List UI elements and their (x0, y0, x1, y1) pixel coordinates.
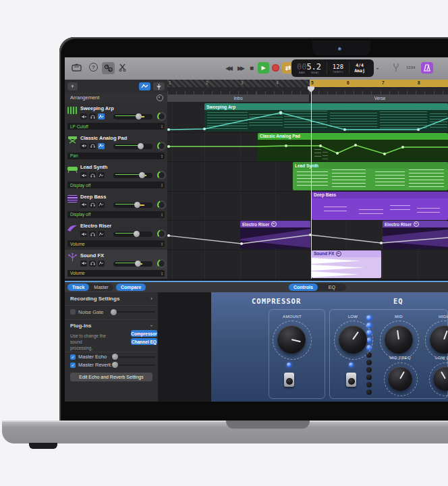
recording-settings-row[interactable]: Recording Settings › (65, 292, 158, 306)
track-row-sound-fx[interactable]: Sound FX Volume▴▾ (65, 250, 167, 280)
region-sweeping-arp[interactable]: Sweeping Arp (204, 103, 448, 132)
automation-param-select[interactable]: Pan▴▾ (67, 153, 165, 159)
volume-slider[interactable] (113, 232, 152, 237)
region-electro-riser-1[interactable]: Electro Riser (240, 221, 310, 249)
mid-freq-knob[interactable] (388, 367, 412, 391)
solo-button[interactable] (89, 113, 96, 119)
automation-button[interactable] (98, 261, 105, 267)
lcd-key-value: Amaj (354, 68, 365, 74)
automation-button[interactable] (98, 143, 105, 149)
pan-knob[interactable] (157, 171, 166, 180)
solo-button[interactable] (89, 261, 96, 267)
track-row-classic-analog-pad[interactable]: Classic Analog Pad Pan▴▾ (65, 132, 167, 163)
bar-number: 3 (241, 80, 244, 85)
arrangement-marker-intro[interactable]: Intro (167, 94, 309, 102)
compressor-toggle[interactable] (284, 373, 294, 387)
arrangement-add-icon[interactable] (157, 94, 163, 101)
solo-button[interactable] (89, 172, 96, 178)
volume-slider[interactable] (113, 261, 152, 267)
mute-button[interactable] (80, 113, 87, 119)
solo-button[interactable] (89, 202, 96, 208)
automation-param-select[interactable]: LP Cutoff▴▾ (67, 123, 165, 130)
pan-knob[interactable] (157, 259, 166, 268)
plugin-channel-eq-button[interactable]: Channel EQ (131, 338, 157, 345)
volume-slider[interactable] (113, 202, 152, 208)
lcd-display[interactable]: 005.2 BARBEAT 128 TEMPO 4/4 Amaj (291, 59, 374, 77)
automation-button[interactable] (98, 231, 105, 237)
record-button[interactable] (272, 64, 279, 72)
show-automation-button[interactable] (139, 82, 150, 90)
automation-param-select[interactable]: Volume▴▾ (67, 240, 165, 247)
arrangement-marker-verse[interactable]: Verse (312, 94, 448, 102)
solo-button[interactable] (89, 143, 96, 149)
low-knob[interactable] (339, 325, 367, 354)
panel-resize-handle[interactable] (65, 281, 448, 282)
edit-echo-reverb-button[interactable]: Edit Echo and Reverb Settings (70, 373, 152, 381)
stop-button[interactable]: ■ (250, 64, 254, 72)
noise-gate-slider[interactable] (111, 311, 155, 313)
automation-param-select[interactable]: Volume▴▾ (67, 270, 165, 277)
master-echo-checkbox[interactable]: ✓ (70, 354, 76, 360)
arrangement-row[interactable]: Arrangement (65, 92, 167, 103)
track-row-sweeping-arp[interactable]: Sweeping Arp LP Cutoff▴▾ (65, 103, 167, 133)
rewind-button[interactable]: ◀◀ (225, 65, 231, 72)
master-echo-slider[interactable] (111, 356, 155, 358)
quick-help-icon[interactable]: ? (89, 63, 98, 72)
noise-gate-checkbox[interactable] (70, 309, 76, 315)
smart-controls-button[interactable] (102, 62, 115, 74)
volume-slider[interactable] (113, 114, 152, 119)
automation-button[interactable] (98, 202, 105, 208)
track-row-electro-riser[interactable]: Electro Riser Volume▴▾ (65, 220, 167, 250)
automation-param-select[interactable]: Display off▴▾ (67, 211, 165, 218)
mute-button[interactable] (80, 231, 87, 237)
count-in-button[interactable]: 1234 (406, 65, 415, 70)
tab-track[interactable]: Track (67, 284, 89, 291)
pan-knob[interactable] (157, 230, 166, 238)
playhead[interactable] (311, 86, 312, 279)
lcd-chevron-icon[interactable]: › (374, 68, 381, 70)
master-reverb-checkbox[interactable]: ✓ (70, 362, 76, 368)
tab-controls[interactable]: Controls (289, 284, 318, 291)
add-track-button[interactable]: + (67, 82, 78, 90)
pan-knob[interactable] (157, 142, 166, 151)
automation-button[interactable] (98, 172, 105, 178)
master-reverb-slider[interactable] (111, 364, 155, 366)
mid-knob[interactable] (385, 325, 413, 354)
tab-eq[interactable]: EQ (318, 284, 346, 291)
library-icon[interactable] (72, 63, 82, 72)
metronome-button[interactable] (421, 62, 433, 74)
catch-playhead-button[interactable] (153, 82, 165, 90)
bar-number: 2 (206, 80, 208, 85)
amount-knob[interactable] (277, 325, 306, 354)
mute-button[interactable] (80, 172, 87, 178)
compare-button[interactable]: Compare (116, 284, 146, 291)
volume-slider[interactable] (113, 144, 152, 149)
region-sound-fx[interactable]: Sound FX (312, 250, 381, 278)
bar-number: 1 (169, 80, 171, 85)
volume-slider[interactable] (113, 173, 152, 178)
region-lead-synth[interactable]: Lead Synth (293, 162, 448, 190)
pan-knob[interactable] (157, 112, 166, 121)
forward-button[interactable]: ▶▶ (237, 65, 243, 72)
play-button[interactable]: ▶ (258, 62, 269, 74)
region-electro-riser-2[interactable]: Electro Riser (383, 221, 448, 249)
pan-knob[interactable] (157, 200, 166, 209)
eq-toggle[interactable] (346, 373, 356, 387)
automation-param-select[interactable]: Display off▴▾ (67, 182, 165, 188)
mute-button[interactable] (80, 143, 87, 149)
tab-master[interactable]: Master (89, 284, 113, 291)
mute-button[interactable] (80, 202, 87, 208)
cycle-region[interactable] (310, 80, 448, 87)
solo-button[interactable] (89, 231, 96, 237)
tuner-icon[interactable] (393, 63, 399, 72)
plugin-compressor-button[interactable]: Compressor (131, 330, 157, 337)
mute-button[interactable] (80, 261, 87, 267)
plugins-row[interactable]: Plug-ins › (65, 319, 158, 331)
region-classic-analog-pad[interactable]: Classic Analog Pad (258, 133, 448, 161)
track-row-lead-synth[interactable]: Lead Synth Display off▴▾ (65, 161, 167, 192)
track-row-deep-bass[interactable]: Deep Bass Display off▴▾ (65, 191, 167, 221)
automation-button[interactable] (98, 113, 105, 119)
region-deep-bass[interactable]: Deep Bass (312, 192, 448, 220)
editors-icon[interactable] (119, 63, 126, 72)
timeline-lanes[interactable]: Sweeping Arp Classic Analog Pad Lead Syn… (167, 103, 448, 279)
